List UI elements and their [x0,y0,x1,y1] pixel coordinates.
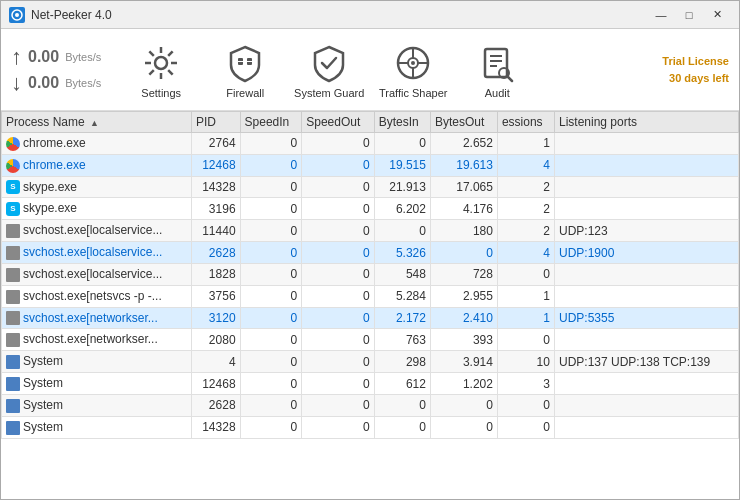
svchost-icon [6,290,20,304]
table-row[interactable]: svchost.exe[localservice... 1828 0 0 548… [2,263,739,285]
table-row[interactable]: svchost.exe[netsvcs -p -... 3756 0 0 5.2… [2,285,739,307]
cell-bytesin: 612 [374,373,430,395]
upload-arrow-icon: ↑ [11,46,22,68]
table-row[interactable]: svchost.exe[networkser... 3120 0 0 2.172… [2,307,739,329]
maximize-button[interactable]: □ [675,5,703,25]
cell-process: System [2,394,192,416]
table-row[interactable]: svchost.exe[localservice... 11440 0 0 0 … [2,220,739,242]
close-button[interactable]: ✕ [703,5,731,25]
cell-bytesin: 0 [374,133,430,155]
speed-up-row: ↑ 0.00 Bytes/s [11,46,101,68]
system-icon [6,399,20,413]
cell-process: svchost.exe[localservice... [2,263,192,285]
cell-pid: 1828 [191,263,240,285]
cell-speedout: 0 [302,220,374,242]
cell-bytesout: 728 [430,263,497,285]
cell-bytesin: 548 [374,263,430,285]
cell-pid: 14328 [191,176,240,198]
system-icon [6,377,20,391]
cell-speedin: 0 [240,198,302,220]
cell-speedout: 0 [302,198,374,220]
process-name: skype.exe [23,180,77,194]
process-name: svchost.exe[networkser... [23,311,158,325]
table-row[interactable]: Sskype.exe 3196 0 0 6.202 4.176 2 [2,198,739,220]
table-row[interactable]: chrome.exe 2764 0 0 0 2.652 1 [2,133,739,155]
cell-process: System [2,373,192,395]
cell-bytesin: 5.284 [374,285,430,307]
process-name: svchost.exe[netsvcs -p -... [23,289,162,303]
table-row[interactable]: System 2628 0 0 0 0 0 [2,394,739,416]
settings-button[interactable]: Settings [121,35,201,105]
table-row[interactable]: System 12468 0 0 612 1.202 3 [2,373,739,395]
process-name: System [23,420,63,434]
firewall-icon [223,41,267,85]
app-icon [9,7,25,23]
upload-speed-unit: Bytes/s [65,51,101,63]
svchost-icon [6,224,20,238]
col-bytesin: BytesIn [374,112,430,133]
cell-speedin: 0 [240,416,302,438]
firewall-button[interactable]: Firewall [205,35,285,105]
cell-sessions: 2 [497,176,554,198]
cell-pid: 14328 [191,416,240,438]
cell-pid: 3120 [191,307,240,329]
system-guard-label: System Guard [294,87,364,99]
cell-speedout: 0 [302,285,374,307]
download-arrow-icon: ↓ [11,72,22,94]
svg-line-10 [150,70,154,74]
trial-license: Trial License 30 days left [662,53,729,86]
window-title: Net-Peeker 4.0 [31,8,647,22]
trial-license-line1: Trial License [662,53,729,70]
table-header-row: Process Name ▲ PID SpeedIn SpeedOut Byte… [2,112,739,133]
cell-process: svchost.exe[localservice... [2,242,192,264]
table-row[interactable]: System 4 0 0 298 3.914 10 UDP:137 UDP:13… [2,351,739,373]
skype-icon: S [6,180,20,194]
cell-bytesout: 0 [430,394,497,416]
cell-ports: UDP:1900 [554,242,738,264]
cell-speedin: 0 [240,307,302,329]
table-row[interactable]: svchost.exe[localservice... 2628 0 0 5.3… [2,242,739,264]
process-table-container[interactable]: Process Name ▲ PID SpeedIn SpeedOut Byte… [1,111,739,499]
chrome-icon [6,159,20,173]
cell-ports [554,133,738,155]
cell-bytesout: 0 [430,416,497,438]
svchost-icon [6,246,20,260]
cell-bytesout: 2.410 [430,307,497,329]
cell-bytesin: 21.913 [374,176,430,198]
col-sessions: essions [497,112,554,133]
col-speedout: SpeedOut [302,112,374,133]
cell-ports [554,154,738,176]
table-row[interactable]: System 14328 0 0 0 0 0 [2,416,739,438]
main-window: Net-Peeker 4.0 — □ ✕ ↑ 0.00 Bytes/s ↓ 0.… [0,0,740,500]
sort-arrow-process: ▲ [90,118,99,128]
svg-point-21 [411,61,415,65]
cell-speedout: 0 [302,351,374,373]
minimize-button[interactable]: — [647,5,675,25]
cell-speedin: 0 [240,285,302,307]
process-name: svchost.exe[localservice... [23,223,162,237]
cell-pid: 2628 [191,242,240,264]
cell-pid: 2080 [191,329,240,351]
col-process[interactable]: Process Name ▲ [2,112,192,133]
col-ports: Listening ports [554,112,738,133]
process-name: System [23,376,63,390]
audit-button[interactable]: Audit [457,35,537,105]
table-row[interactable]: svchost.exe[networkser... 2080 0 0 763 3… [2,329,739,351]
cell-sessions: 1 [497,307,554,329]
system-guard-button[interactable]: System Guard [289,35,369,105]
cell-sessions: 2 [497,198,554,220]
cell-ports: UDP:137 UDP:138 TCP:139 [554,351,738,373]
cell-pid: 2628 [191,394,240,416]
cell-ports: UDP:5355 [554,307,738,329]
svg-line-27 [508,77,512,81]
cell-speedout: 0 [302,242,374,264]
table-row[interactable]: chrome.exe 12468 0 0 19.515 19.613 4 [2,154,739,176]
cell-process: System [2,351,192,373]
cell-speedout: 0 [302,154,374,176]
cell-sessions: 3 [497,373,554,395]
svchost-icon [6,311,20,325]
cell-bytesout: 2.652 [430,133,497,155]
traffic-shaper-button[interactable]: Traffic Shaper [373,35,453,105]
table-row[interactable]: Sskype.exe 14328 0 0 21.913 17.065 2 [2,176,739,198]
cell-bytesin: 763 [374,329,430,351]
